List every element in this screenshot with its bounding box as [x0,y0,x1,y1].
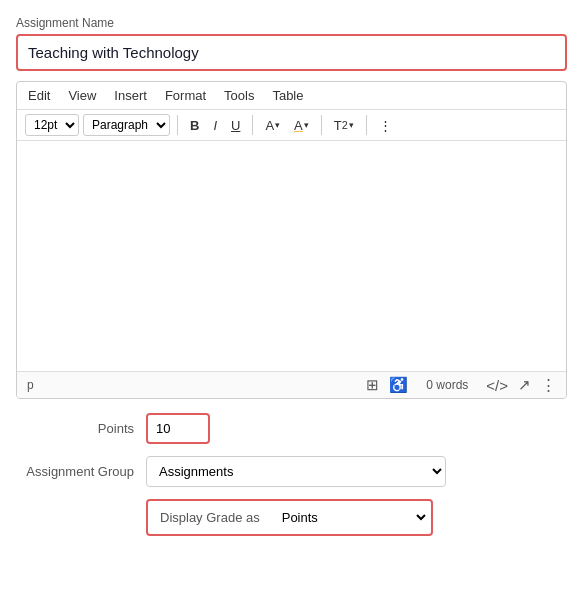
bold-button[interactable]: B [185,115,204,136]
display-grade-label: Display Grade as [150,504,270,531]
menu-table[interactable]: Table [269,86,306,105]
more-options-button[interactable]: ⋮ [374,115,397,136]
editor-menubar: Edit View Insert Format Tools Table [17,82,566,110]
more-footer-icon[interactable]: ⋮ [541,376,556,394]
editor-content-area[interactable] [17,141,566,371]
toolbar-divider-4 [366,115,367,135]
word-count: 0 words [426,378,468,392]
highlight-button[interactable]: A▾ [289,115,314,136]
accessibility-icon[interactable]: ♿ [389,376,408,394]
italic-button[interactable]: I [208,115,222,136]
fullscreen-icon[interactable]: ↗ [518,376,531,394]
underline-button[interactable]: U [226,115,245,136]
editor-footer: p ⊞ ♿ 0 words </> ↗ ⋮ [17,371,566,398]
points-label: Points [16,421,146,436]
menu-insert[interactable]: Insert [111,86,150,105]
embed-icon[interactable]: ⊞ [366,376,379,394]
html-view-icon[interactable]: </> [486,377,508,394]
points-row: Points [16,413,567,444]
assignment-name-input[interactable] [16,34,567,71]
font-size-group: 12pt [25,114,79,136]
display-grade-wrapper: Display Grade as Points Percentage Compl… [146,499,433,536]
assignment-name-label: Assignment Name [16,16,567,30]
superscript-button[interactable]: T2▾ [329,115,359,136]
points-input-wrapper [146,413,210,444]
font-size-select[interactable]: 12pt [25,114,79,136]
assignment-group-select[interactable]: Assignments [146,456,446,487]
display-grade-select[interactable]: Points Percentage Complete/Incomplete Le… [270,503,429,532]
menu-format[interactable]: Format [162,86,209,105]
assignment-group-row: Assignment Group Assignments [16,456,567,487]
rich-text-editor: Edit View Insert Format Tools Table 12pt… [16,81,567,399]
display-grade-row: Display Grade as Points Percentage Compl… [16,499,567,536]
toolbar-divider-3 [321,115,322,135]
block-tag: p [27,378,366,392]
editor-toolbar: 12pt Paragraph B I U A▾ A▾ T2▾ ⋮ [17,110,566,141]
footer-icons: ⊞ ♿ 0 words </> ↗ ⋮ [366,376,556,394]
assignment-name-section: Assignment Name [16,16,567,71]
paragraph-group: Paragraph [83,114,170,136]
assignment-settings-form: Points Assignment Group Assignments Disp… [16,413,567,536]
paragraph-select[interactable]: Paragraph [83,114,170,136]
menu-tools[interactable]: Tools [221,86,257,105]
font-color-button[interactable]: A▾ [260,115,285,136]
menu-view[interactable]: View [65,86,99,105]
points-input[interactable] [148,415,208,442]
menu-edit[interactable]: Edit [25,86,53,105]
toolbar-divider-1 [177,115,178,135]
assignment-group-label: Assignment Group [16,464,146,479]
toolbar-divider-2 [252,115,253,135]
